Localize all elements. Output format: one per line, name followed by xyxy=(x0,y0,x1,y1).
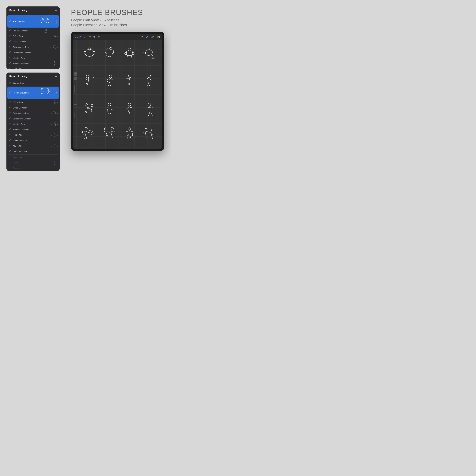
figure-plan-4 xyxy=(143,46,156,60)
brush-item-collaborative-plan-top[interactable]: Collaborative Plan 3 ✓ xyxy=(6,45,60,50)
selected-item-number: 1 xyxy=(56,19,57,21)
brush-item-plants-plan-bottom[interactable]: Plants Plan 6 ✓ xyxy=(6,143,60,149)
brush-item-office-plan-top[interactable]: Office Plan 2 ✓ xyxy=(6,34,60,39)
item-number: 6 xyxy=(51,145,51,147)
brush-item-inking[interactable]: Inking 7 ✓ xyxy=(6,160,60,166)
brush-item-sketching[interactable]: Sketching xyxy=(6,154,60,160)
undo-button[interactable]: ↩ xyxy=(74,72,77,76)
toggle-button[interactable] xyxy=(74,102,77,105)
figure-cell xyxy=(80,44,99,62)
figure-cell xyxy=(140,101,158,120)
check-badge: ✓ xyxy=(56,92,57,94)
item-name: Lobby Elevation xyxy=(13,140,58,142)
panel-title-top: Brush Library xyxy=(9,9,27,12)
svg-rect-79 xyxy=(127,51,132,55)
panel-add-top[interactable]: + xyxy=(55,9,57,12)
brush-item-people-elevation-top[interactable]: People Elevation ✓ xyxy=(6,28,60,34)
svg-point-86 xyxy=(151,57,154,59)
svg-point-41 xyxy=(54,122,55,123)
svg-point-15 xyxy=(55,45,56,46)
item-name: Lobby Plan xyxy=(13,68,58,69)
svg-point-93 xyxy=(91,104,93,107)
brush-item-people-elevation-selected[interactable]: People Elevation xyxy=(7,86,59,99)
brush-item-meeting-plan-bottom[interactable]: Meeting Plan 4 ✓ xyxy=(6,121,60,127)
brush-item-meeting-elevation-bottom[interactable]: Meeting Elevation xyxy=(6,127,60,133)
figure-small xyxy=(53,100,57,105)
brush-item-office-elevation-top[interactable]: Office Elevation xyxy=(6,39,60,45)
brush-item-collaborative-elevation-top[interactable]: Collaborative Elevation xyxy=(6,50,60,55)
scroll-indicator xyxy=(74,85,75,93)
brush-icon-small xyxy=(9,68,12,69)
figure-small xyxy=(52,45,57,50)
item-number: 3 xyxy=(50,46,51,48)
svg-line-2 xyxy=(40,20,41,21)
svg-line-51 xyxy=(55,146,55,146)
svg-point-98 xyxy=(148,103,151,106)
figure-plan-2 xyxy=(103,46,116,60)
gallery-button[interactable]: Gallery xyxy=(75,36,81,38)
figure-cell xyxy=(120,101,139,120)
brush-item-collaborative-plan-bottom[interactable]: Collaborative Plan 3 ✓ xyxy=(6,111,60,116)
wrench-icon[interactable] xyxy=(84,35,86,38)
brush-item-people-plan-selected[interactable]: People Plan 1 ✓ xyxy=(7,15,59,28)
brush-item-office-elevation-bottom[interactable]: Office Elevation xyxy=(6,105,60,111)
svg-point-100 xyxy=(104,128,107,130)
item-number: 7 xyxy=(51,162,51,164)
check-icon: ✓ xyxy=(57,35,58,37)
eraser-tool-icon[interactable] xyxy=(157,35,161,39)
svg-line-60 xyxy=(55,163,55,165)
brush-item-lobby-plan-bottom[interactable]: Lobby Plan 5 ✓ xyxy=(6,133,60,138)
svg-point-89 xyxy=(128,75,131,78)
tablet-canvas[interactable]: ↩ ↪ xyxy=(73,40,162,149)
figure-small xyxy=(53,111,57,116)
brush-icon-small xyxy=(9,112,12,115)
brush-item-lobby-plan-top[interactable]: Lobby Plan xyxy=(6,67,60,69)
brush-item-people-plan-bottom[interactable]: People Plan 1 xyxy=(6,81,60,86)
transform-icon[interactable] xyxy=(98,35,100,38)
svg-point-109 xyxy=(151,129,153,131)
brush-icon-small xyxy=(9,150,12,153)
magic-icon[interactable] xyxy=(88,35,91,38)
panel-add-bottom[interactable]: + xyxy=(55,75,57,78)
svg-line-9 xyxy=(46,30,47,31)
svg-point-107 xyxy=(132,138,133,139)
brush-item-meeting-elevation-top[interactable]: Meeting Elevation 4 ✓ xyxy=(6,61,60,67)
figure-plan-1 xyxy=(83,46,96,60)
figure-small xyxy=(53,133,57,138)
check-icon: ✓ xyxy=(57,102,58,103)
figure-small xyxy=(44,28,48,33)
figure-cell xyxy=(100,101,119,120)
figure-cell xyxy=(100,44,119,62)
brush-item-drawing[interactable]: Drawing xyxy=(6,166,60,171)
right-section: PEOPLE BRUSHES People Plan View - 15 bru… xyxy=(66,0,171,171)
svg-point-99 xyxy=(85,127,87,130)
brush-item-meeting-plan-top[interactable]: Meeting Plan xyxy=(6,55,60,61)
figure-cell xyxy=(140,44,158,62)
more-menu[interactable]: ••• xyxy=(139,35,143,38)
redo-button[interactable]: ↪ xyxy=(74,77,77,80)
svg-point-34 xyxy=(55,111,56,112)
svg-point-75 xyxy=(88,48,91,50)
selection-icon[interactable] xyxy=(93,35,96,38)
item-name: Meeting Plan xyxy=(13,123,51,125)
figure-cell xyxy=(80,126,99,143)
selected-item-name: People Plan xyxy=(13,20,34,23)
brush-tool-icon[interactable] xyxy=(151,35,155,39)
svg-point-91 xyxy=(85,103,87,106)
sub-line-1: People Plan View - 15 brushes xyxy=(71,18,143,22)
pen-tool-icon[interactable] xyxy=(145,35,149,39)
brush-item-collaborative-elevation-bottom[interactable]: Collaborative Elevation xyxy=(6,116,60,121)
svg-line-40 xyxy=(54,114,54,115)
brush-item-plants-elevation-bottom[interactable]: Plants Elevation xyxy=(6,149,60,154)
brush-item-office-plan-bottom[interactable]: Office Plan 2 ✓ xyxy=(6,100,60,105)
item-number: 4 xyxy=(51,123,51,125)
check-icon: ✓ xyxy=(57,123,58,125)
figure-small xyxy=(53,144,57,149)
brush-item-lobby-elevation-bottom[interactable]: Lobby Elevation xyxy=(6,138,60,143)
svg-rect-92 xyxy=(87,108,90,111)
figure-action-4 xyxy=(142,127,156,142)
svg-line-81 xyxy=(131,55,132,58)
brush-icon-small xyxy=(9,29,12,32)
figure-seated-1 xyxy=(83,102,96,119)
svg-point-6 xyxy=(45,29,47,30)
